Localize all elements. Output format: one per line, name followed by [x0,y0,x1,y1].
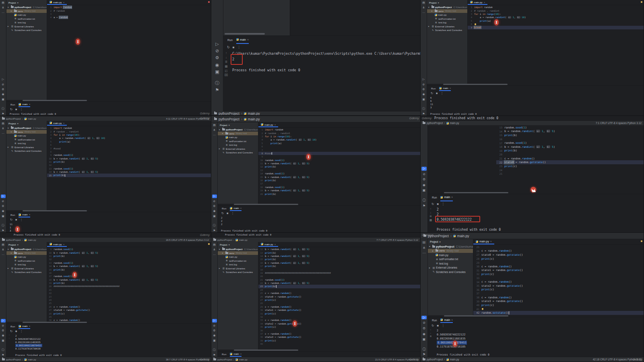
run-main-tab[interactable]: main× [440,194,453,201]
tree-item-external-libraries[interactable]: ▸▥External Libraries [428,266,473,270]
more-tools-icon[interactable]: ⋯ [1,132,6,135]
print-console-icon[interactable]: ◰ [225,69,227,72]
settings-sync-icon[interactable]: ⚙ [1,88,6,91]
breadcrumb-file[interactable]: main.py [28,118,36,120]
breadcrumb-project[interactable]: pythonProject [6,358,21,361]
project-panel-header[interactable]: Project▾ [6,121,47,126]
more-options-button[interactable]: ⋮ [231,211,234,215]
breadcrumb-file[interactable]: main.py [239,358,248,361]
breadcrumb[interactable]: pythonProject›main.py [213,239,248,241]
editor-tab[interactable]: main.py× [473,239,494,244]
breadcrumb-file[interactable]: main.py [450,122,459,124]
todo-tool-icon[interactable]: ⚑ [421,204,427,208]
terminal-tool-icon[interactable]: ▣ [1,339,6,342]
run-tool-icon[interactable]: ▷ [1,319,6,322]
code-area[interactable]: 1import random2# random3 4a = random [47,5,211,100]
tree-item-pythonproject[interactable]: ▾pythonProjectC:\Users\kumar\Py [6,126,47,130]
services-tool-icon[interactable]: ◉ [212,209,217,213]
stop-button[interactable]: ■ [437,324,439,327]
editor-tab[interactable]: main.py× [47,242,67,247]
stop-button[interactable]: ■ [436,91,438,95]
project-panel-header[interactable]: Project▾ [427,0,467,5]
run-main-tab[interactable]: main× [439,86,451,91]
editor-tab[interactable]: main.py× [258,242,278,247]
debug-tool-icon[interactable]: ⊘ [1,83,6,86]
stop-button[interactable]: ■ [227,211,228,215]
todo-tool-icon[interactable]: ⚑ [421,112,426,116]
tab-close-icon[interactable]: × [451,196,453,199]
tree-item-setformatter-txt[interactable]: ≣setFormatter.txt [428,257,473,262]
more-tools-icon[interactable]: ⋯ [212,134,217,137]
breadcrumb-file[interactable]: main.py [28,358,36,361]
vcs-tool-icon[interactable]: ⋔ [212,128,217,132]
services-tool-icon[interactable]: ◉ [1,93,6,96]
rerun-button[interactable]: ↻ [10,218,12,221]
breadcrumb[interactable]: pythonProject›main.py [2,239,36,241]
scrollbar-thumb[interactable] [234,350,298,351]
problems-tool-icon[interactable]: ⓘ [1,107,6,110]
code-area[interactable]: 1import random2# random , randint3for i … [468,5,644,84]
todo-tool-icon[interactable]: ⚑ [212,229,217,232]
scrollbar-thumb[interactable] [23,100,87,101]
run-tool-tab[interactable]: Run [227,36,233,44]
status-widgets[interactable]: 16:5 CRLF UTF-8 4 spaces Python 3.12 [166,239,209,241]
code-area[interactable]: 1import random2# random , randint3for i … [47,126,211,210]
run-tool-icon[interactable]: ▷ [214,41,221,47]
breadcrumb[interactable]: pythonProject›main.py [214,112,260,116]
terminal-tool-icon[interactable]: ▣ [214,69,221,74]
services-tool-icon[interactable]: ◉ [421,332,427,336]
project-tool-icon[interactable]: ▤ [1,1,6,4]
settings-sync-icon[interactable]: ⚙ [212,329,217,332]
project-panel-header[interactable]: Project▾ [6,242,47,247]
settings-sync-icon[interactable]: ⚙ [421,88,426,91]
tree-item-scratches-and-consoles[interactable]: ✎Scratches and Consoles [218,270,258,274]
console[interactable]: 222 Process finished with exit code 0 [218,215,420,232]
problems-tool-icon[interactable]: ⓘ [421,348,427,352]
more-options-button[interactable]: ⋮ [20,108,23,111]
scrollbar-thumb[interactable] [23,322,87,323]
run-tool-tab[interactable]: Run [432,194,437,201]
more-tools-icon[interactable]: ⋯ [212,253,217,257]
code-area[interactable]: 9random.seed(1)10b = random.randint( a: … [47,247,211,322]
tree-item-venv[interactable]: ▸venvlibrary root [6,251,47,255]
tree-item-test-log[interactable]: ≣test.log [6,141,47,145]
run-tool-tab[interactable]: Run [10,102,15,107]
tree-item-venv[interactable]: ▸venvlibrary root [428,249,473,253]
breadcrumb[interactable]: pythonProject›main.py [423,358,459,361]
terminal-tool-icon[interactable]: ▣ [212,215,217,218]
services-tool-icon[interactable]: ◉ [212,334,217,337]
project-tool-icon[interactable]: ▤ [1,122,6,125]
problems-tool-icon[interactable]: ⓘ [421,199,427,203]
run-main-tab[interactable]: main× [230,352,242,357]
problems-tool-icon[interactable]: ⓘ [214,81,221,86]
tree-item-test-log[interactable]: ≣test.log [427,21,467,25]
debug-tool-icon[interactable]: ⊘ [212,324,217,327]
debug-tool-icon[interactable]: ⊘ [214,48,221,54]
todo-tool-icon[interactable]: ⚑ [214,87,221,93]
scroll-down-icon[interactable]: ↓ [225,56,227,59]
breadcrumb-file[interactable]: main.py [450,358,459,361]
console[interactable]: 66113 Process finished with exit code 0 [427,95,644,116]
tree-item-setformatter-txt[interactable]: ≣setFormatter.txt [218,259,258,263]
console[interactable]: ↑↓20.56920387482221220.89226166114838350… [6,333,211,357]
problems-tool-icon[interactable]: ⓘ [212,348,217,352]
tree-item-external-libraries[interactable]: ▸▥External Libraries [218,147,258,151]
more-tools-icon[interactable]: ⋯ [1,11,6,14]
breadcrumb[interactable]: pythonProject›main.py [214,117,260,121]
debug-tool-icon[interactable]: ⊘ [421,321,427,325]
settings-sync-icon[interactable]: ⚙ [214,55,221,60]
services-tool-icon[interactable]: ◉ [214,62,221,68]
todo-tool-icon[interactable]: ⚑ [1,112,6,116]
run-main-tab[interactable]: main× [236,36,249,44]
rerun-button[interactable]: ↻ [10,108,12,111]
tree-item-scratches-and-consoles[interactable]: ✎Scratches and Consoles [218,151,258,155]
horizontal-scrollbar[interactable] [6,210,211,212]
horizontal-scrollbar[interactable] [218,350,420,351]
tab-close-icon[interactable]: × [240,352,242,355]
tree-item-external-libraries[interactable]: ▸▥External Libraries [6,145,47,149]
tab-close-icon[interactable]: × [484,1,485,4]
debug-tool-icon[interactable]: ⊘ [212,200,217,203]
settings-sync-icon[interactable]: ⚙ [212,205,217,208]
debug-tool-icon[interactable]: ⊘ [1,324,6,327]
console[interactable]: ↑↓≣▦◰⌧C:\Users\kumar\PycharmProjects\pyt… [223,50,420,112]
